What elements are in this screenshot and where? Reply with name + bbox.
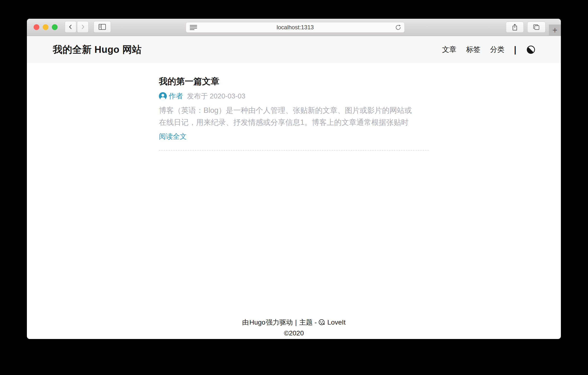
- summary-line: 博客（英语：Blog）是一种由个人管理、张贴新的文章、图片或影片的网站或: [159, 104, 429, 117]
- zoom-window-button[interactable]: [52, 24, 58, 30]
- user-circle-icon: [159, 92, 167, 100]
- post-publish-info: 发布于 2020-03-03: [187, 91, 245, 101]
- post-author-link[interactable]: 作者: [169, 91, 183, 101]
- site-header: 我的全新 Hugo 网站 文章 标签 分类 |: [27, 36, 561, 63]
- publish-date: 2020-03-03: [210, 92, 245, 100]
- close-window-button[interactable]: [34, 24, 39, 30]
- theme-link[interactable]: LoveIt: [327, 319, 346, 326]
- back-button[interactable]: [65, 21, 76, 33]
- nav-item-categories[interactable]: 分类: [490, 45, 504, 54]
- plus-icon: +: [552, 26, 557, 35]
- share-button[interactable]: [506, 21, 524, 33]
- site-title[interactable]: 我的全新 Hugo 网站: [53, 43, 142, 56]
- nav-item-tags[interactable]: 标签: [466, 45, 481, 54]
- address-bar[interactable]: localhost:1313: [186, 22, 405, 33]
- new-tab-button[interactable]: +: [549, 24, 561, 36]
- read-more-link[interactable]: 阅读全文: [159, 132, 187, 141]
- post-meta: 作者 发布于 2020-03-03: [159, 91, 429, 101]
- post-divider: [159, 150, 429, 150]
- footer-separator: |: [293, 319, 299, 326]
- url-text[interactable]: localhost:1313: [186, 22, 404, 33]
- share-icon: [511, 23, 518, 31]
- powered-prefix: 由: [242, 318, 249, 327]
- site-nav: 文章 标签 分类 |: [442, 45, 535, 54]
- post-list: 我的第一篇文章 作者 发布于 2020-03-03 博客（英语：Blog）是一种…: [159, 76, 429, 150]
- summary-line: 在线日记，用来纪录、抒发情感或分享信息1。博客上的文章通常根据张贴时: [159, 117, 429, 129]
- forward-button[interactable]: [77, 21, 89, 33]
- theme-toggle-icon[interactable]: [527, 46, 535, 54]
- minimize-window-button[interactable]: [43, 24, 49, 30]
- footer-copyright: ©2020: [27, 329, 561, 337]
- nav-item-posts[interactable]: 文章: [442, 45, 456, 54]
- reload-icon[interactable]: [395, 24, 401, 31]
- kissing-face-icon: [318, 319, 326, 326]
- browser-window: localhost:1313: [27, 19, 561, 339]
- tabs-overview-icon: [533, 24, 540, 31]
- chevron-right-icon: [80, 24, 86, 30]
- hugo-link[interactable]: Hugo: [249, 319, 265, 326]
- chevron-left-icon: [67, 24, 74, 30]
- post-title[interactable]: 我的第一篇文章: [159, 76, 429, 87]
- nav-separator: |: [514, 44, 516, 55]
- powered-suffix: 强力驱动: [266, 318, 293, 327]
- window-controls: [34, 24, 58, 30]
- site-footer: 由 Hugo 强力驱动 | 主题 - LoveIt ©2020: [27, 318, 561, 337]
- browser-toolbar: localhost:1313: [27, 19, 561, 36]
- theme-label: 主题 -: [299, 318, 317, 327]
- post-summary: 博客（英语：Blog）是一种由个人管理、张贴新的文章、图片或影片的网站或 在线日…: [159, 104, 429, 129]
- publish-label: 发布于: [187, 92, 208, 100]
- footer-powered-line: 由 Hugo 强力驱动 | 主题 - LoveIt: [27, 318, 561, 327]
- sidebar-panel-icon: [98, 23, 106, 30]
- tab-overview-button[interactable]: [527, 21, 546, 33]
- sidebar-toggle-button[interactable]: [94, 21, 111, 33]
